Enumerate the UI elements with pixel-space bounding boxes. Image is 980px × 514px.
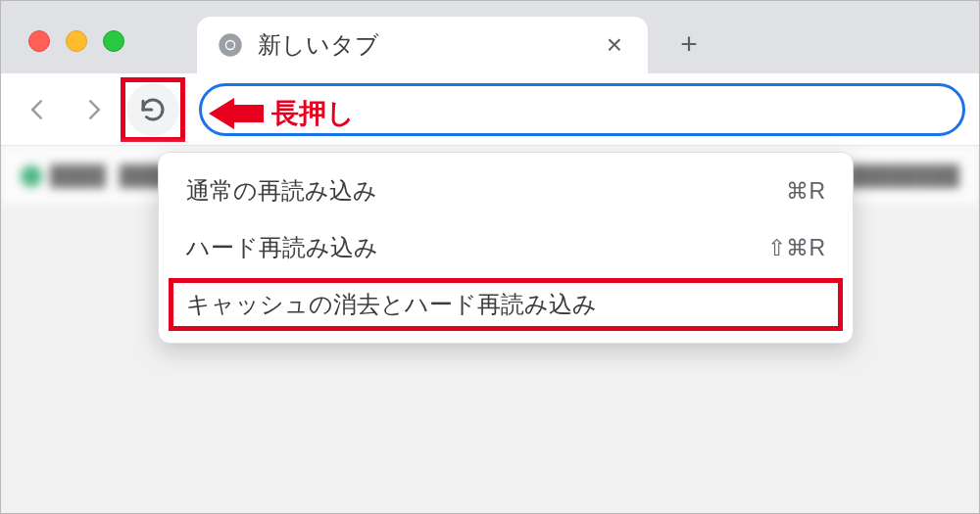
svg-point-2: [226, 41, 234, 49]
menu-item-label: キャッシュの消去とハード再読み込み: [186, 289, 597, 320]
back-button[interactable]: [15, 86, 62, 133]
reload-context-menu: 通常の再読み込み ⌘R ハード再読み込み ⇧⌘R キャッシュの消去とハード再読み…: [158, 152, 854, 344]
annotation-label: 長押し: [271, 95, 355, 132]
chrome-favicon-icon: [217, 31, 244, 59]
new-tab-button[interactable]: +: [669, 24, 709, 64]
menu-item-normal-reload[interactable]: 通常の再読み込み ⌘R: [159, 163, 853, 219]
forward-button[interactable]: [70, 86, 117, 133]
browser-tab[interactable]: 新しいタブ ×: [197, 17, 648, 73]
reload-button-highlight: [124, 81, 181, 138]
close-window-button[interactable]: [28, 30, 50, 52]
tab-title: 新しいタブ: [258, 29, 587, 61]
menu-item-hard-reload[interactable]: ハード再読み込み ⇧⌘R: [159, 219, 853, 276]
menu-item-empty-cache-hard-reload[interactable]: キャッシュの消去とハード再読み込み: [159, 276, 853, 333]
arrow-left-icon: [209, 98, 264, 129]
maximize-window-button[interactable]: [103, 30, 124, 52]
reload-button[interactable]: [126, 83, 179, 136]
window-controls: [28, 30, 124, 52]
menu-item-label: ハード再読み込み: [186, 232, 378, 263]
menu-item-label: 通常の再読み込み: [186, 175, 377, 207]
tab-close-icon[interactable]: ×: [601, 29, 628, 61]
toolbar: [1, 73, 979, 146]
menu-item-shortcut: ⇧⌘R: [767, 235, 825, 261]
minimize-window-button[interactable]: [66, 30, 87, 52]
tab-bar: 新しいタブ × +: [1, 1, 979, 73]
annotation-long-press: 長押し: [209, 95, 355, 132]
menu-item-shortcut: ⌘R: [786, 178, 825, 205]
